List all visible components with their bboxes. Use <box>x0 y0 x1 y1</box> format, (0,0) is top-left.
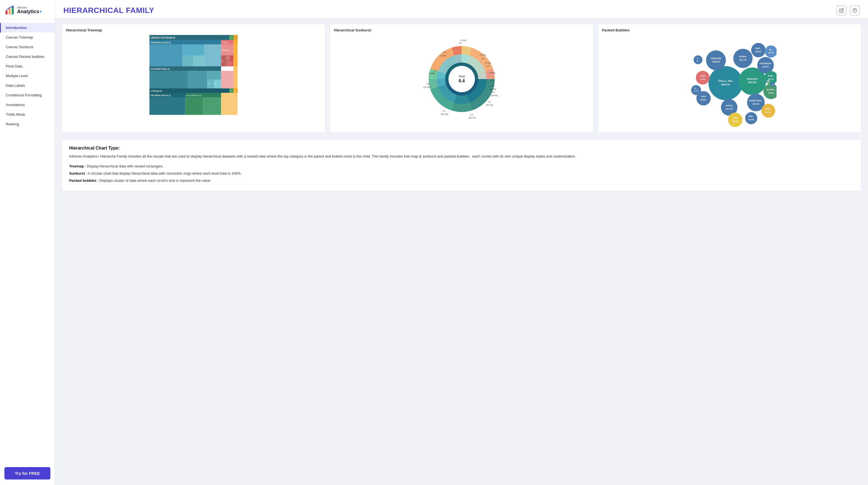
svg-text:69.6%: 69.6% <box>701 99 707 101</box>
svg-text:VISA: VISA <box>701 95 706 98</box>
svg-text:0.5: 0.5 <box>443 51 446 54</box>
svg-text:(25.7%): (25.7%) <box>469 117 476 119</box>
svg-text:(15.1%): (15.1%) <box>423 86 431 88</box>
svg-point-126 <box>762 104 775 118</box>
svg-text:1.6: 1.6 <box>470 114 473 116</box>
sidebar-item-introduction[interactable]: Introduction <box>0 23 55 32</box>
svg-rect-58 <box>221 93 238 115</box>
svg-text:L...: L... <box>234 37 237 39</box>
svg-text:42.9%: 42.9% <box>748 119 754 121</box>
description-item-sunburst: Sunburst : A circular chart that display… <box>69 170 854 176</box>
svg-rect-1 <box>8 8 11 14</box>
svg-text:UNIT...: UNIT... <box>755 47 762 50</box>
svg-rect-33 <box>234 44 238 66</box>
svg-rect-21 <box>183 55 194 66</box>
sidebar-item-pivot-data[interactable]: Pivot Data <box>0 61 55 71</box>
svg-point-129 <box>745 112 757 124</box>
svg-text:FACEBOOK: FACEBOOK <box>760 62 771 65</box>
help-icon <box>852 8 857 13</box>
svg-rect-55 <box>150 97 185 115</box>
svg-text:0.5: 0.5 <box>459 42 462 44</box>
sidebar-item-trellis-mode[interactable]: Trellis Mode <box>0 109 55 119</box>
svg-text:TESLA, INC.: TESLA, INC. <box>718 79 733 82</box>
svg-text:302.6%: 302.6% <box>748 81 756 84</box>
sidebar-item-canvas-packed-bubbles[interactable]: Canvas Packed bubbles <box>0 52 55 61</box>
sidebar-item-annotations[interactable]: Annotations <box>0 100 55 109</box>
charts-row: Hierarchical Treemap UNITED STATES(0.0) … <box>62 24 861 133</box>
sidebar-item-canvas-treemap[interactable]: Canvas Treemap <box>0 32 55 42</box>
svg-text:CHINA(0.0): CHINA(0.0) <box>151 90 162 92</box>
svg-text:4.2: 4.2 <box>488 100 491 103</box>
svg-rect-38 <box>188 71 208 88</box>
try-free-button[interactable]: Try for FREE <box>4 467 51 480</box>
sidebar-item-ranking[interactable]: Ranking <box>0 119 55 129</box>
svg-point-102 <box>757 57 774 73</box>
svg-point-123 <box>728 112 742 127</box>
svg-text:AUTOMOTIVE(1.2): AUTOMOTIVE(1.2) <box>151 68 170 70</box>
svg-text:(7.4%): (7.4%) <box>485 62 491 64</box>
svg-text:0.3: 0.3 <box>434 69 437 72</box>
treemap-area: UNITED STATES(0.0) F... L... TECHNOLOGY(… <box>66 35 321 115</box>
logo-sub: inforiver <box>17 6 42 9</box>
sunburst-area: Total 6.4 0.5 (7.5%) 0.5 (7.4%) 0.5 (7.5… <box>334 35 589 123</box>
svg-text:78.6%: 78.6% <box>768 92 774 94</box>
svg-text:ALCOHOL(0.5): ALCOHOL(0.5) <box>186 94 202 97</box>
sunburst-title: Hierarchical Sunburst <box>334 28 589 32</box>
svg-text:147.3%: 147.3% <box>725 108 733 110</box>
svg-text:(18.1%): (18.1%) <box>441 113 448 116</box>
main-body: Hierarchical Treemap UNITED STATES(0.0) … <box>55 19 868 485</box>
svg-text:(7.5%): (7.5%) <box>489 72 496 74</box>
sidebar-item-multiple-level[interactable]: Multiple Level <box>0 71 55 81</box>
svg-text:58.8%: 58.8% <box>755 51 762 53</box>
description-title: Hierarchical Chart Type: <box>69 146 854 151</box>
svg-text:TENCENT: TENCENT <box>746 78 758 80</box>
svg-rect-20 <box>205 44 221 66</box>
svg-text:0.5: 0.5 <box>482 57 484 60</box>
svg-text:HEALT...: HEALT... <box>222 49 231 52</box>
svg-text:W: W <box>772 84 774 86</box>
svg-text:FINAN...: FINAN... <box>222 41 230 44</box>
svg-text:LVMH: LVMH <box>700 75 706 77</box>
svg-text:S...: S... <box>222 60 225 62</box>
svg-text:AMAZON: AMAZON <box>711 57 721 60</box>
svg-text:R.: R. <box>215 83 217 85</box>
svg-text:(7.6%): (7.6%) <box>440 55 446 57</box>
svg-text:NVIDIA: NVIDIA <box>739 55 746 58</box>
logo-text: inforiver Analytics+ <box>17 6 42 14</box>
svg-rect-37 <box>150 71 188 88</box>
svg-rect-45 <box>150 88 238 93</box>
edit-button[interactable] <box>837 5 846 15</box>
svg-text:KWEICHOW...: KWEICHOW... <box>749 99 763 102</box>
svg-text:(7.4%): (7.4%) <box>479 54 486 56</box>
help-button[interactable] <box>850 5 860 15</box>
bubbles-svg: TESLA, INC. 386.2% TENCENT 302.6% AMAZON… <box>683 35 777 129</box>
svg-text:S...: S... <box>234 90 237 92</box>
svg-point-105 <box>751 43 766 57</box>
packed-bubbles-title: Packed Bubbles <box>602 28 857 32</box>
sunburst-center-value: 6.4 <box>458 78 464 83</box>
svg-text:1.2: 1.2 <box>442 109 445 112</box>
svg-rect-22 <box>194 55 205 66</box>
sidebar-item-canvas-sunburst[interactable]: Canvas Sunburst <box>0 42 55 52</box>
svg-text:0.5: 0.5 <box>491 79 493 82</box>
svg-point-138 <box>767 80 770 83</box>
sidebar-item-data-labels[interactable]: Data Labels <box>0 81 55 90</box>
svg-text:SAM...: SAM... <box>765 108 771 110</box>
svg-rect-0 <box>5 11 8 14</box>
svg-text:ALIB...: ALIB... <box>768 75 774 77</box>
svg-text:(7.5%): (7.5%) <box>460 39 467 41</box>
packed-bubbles-label: Packed bubbles <box>69 179 96 183</box>
svg-rect-57 <box>203 97 221 115</box>
description-item-packed-bubbles: Packed bubbles : Displays cluster of dat… <box>69 177 854 184</box>
packed-bubbles-card: Packed Bubbles TESLA, INC. 386.2% TENCEN… <box>598 24 861 133</box>
sidebar-item-conditional-formatting[interactable]: Conditional Formatting <box>0 90 55 100</box>
svg-text:151.5%: 151.5% <box>752 103 760 105</box>
sunburst-card: Hierarchical Sunburst <box>330 24 593 133</box>
svg-text:(6.3%): (6.3%) <box>490 88 496 90</box>
svg-point-111 <box>763 84 777 99</box>
sidebar-nav: Introduction Canvas Treemap Canvas Sunbu… <box>0 20 55 467</box>
packed-bubbles-desc: : Displays cluster of data where each ci… <box>97 179 211 183</box>
svg-text:32.7%: 32.7% <box>693 90 699 92</box>
treemap-label: Treemap <box>69 164 84 168</box>
svg-text:ALPHA...: ALPHA... <box>766 88 775 91</box>
